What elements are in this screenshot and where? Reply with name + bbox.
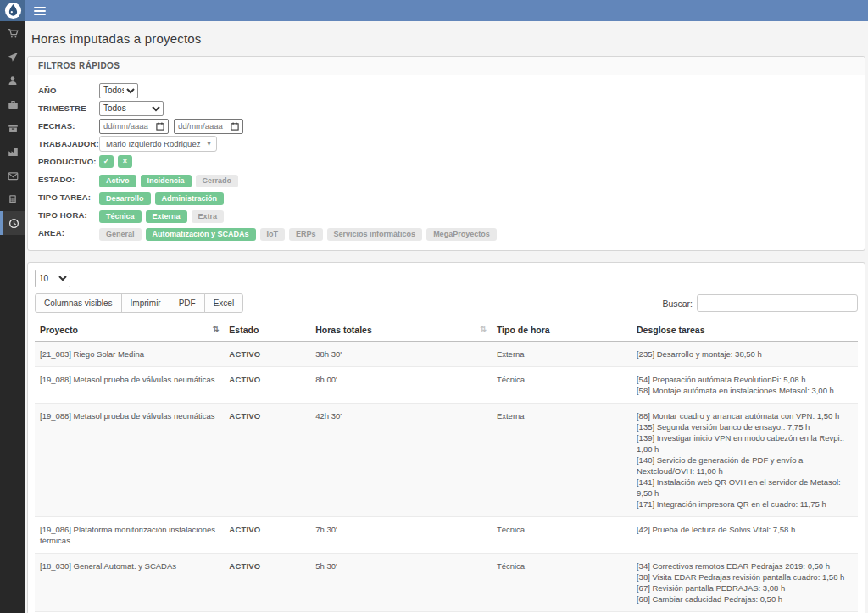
sidebar-item-industry[interactable] <box>0 140 25 164</box>
cell-proyecto: [19_088] Metasol prueba de válvulas neum… <box>35 404 224 517</box>
page-title: Horas imputadas a proyectos <box>31 31 865 46</box>
year-select[interactable]: Todos <box>99 83 138 98</box>
cell-estado: ACTIVO <box>224 342 310 367</box>
filter-badge[interactable]: Activo <box>99 175 136 187</box>
page-size-select[interactable]: 10 <box>35 270 70 287</box>
filter-row-dates: FECHAS: <box>38 118 854 134</box>
area-label: AREA: <box>38 228 99 237</box>
filter-badge[interactable]: Externa <box>146 210 187 223</box>
tipo-tarea-badge-group: DesarrolloAdministración <box>99 189 228 205</box>
filter-badge[interactable]: Administración <box>155 192 225 205</box>
check-icon: ✓ <box>103 157 110 165</box>
sidebar-item-envelope[interactable] <box>0 164 25 187</box>
archive-box-icon <box>8 123 19 134</box>
estado-label: ESTADO: <box>38 175 99 184</box>
cell-desglose-tareas: [235] Desarrollo y montaje: 38,50 h <box>632 342 858 367</box>
task-line: [141] Instalación web QR OVH en el servi… <box>637 476 853 499</box>
calculator-icon <box>8 194 18 204</box>
column-header-tipo-de-hora[interactable]: Tipo de hora <box>492 320 632 342</box>
filter-badge[interactable]: Incidencia <box>141 175 192 187</box>
menu-toggle-icon[interactable] <box>34 5 46 17</box>
filter-badge[interactable]: Técnica <box>99 210 142 223</box>
column-header-proyecto[interactable]: Proyecto⇅ <box>35 320 224 342</box>
filter-row-quarter: TRIMESTRE Todos <box>38 100 854 116</box>
sidebar-item-archive[interactable] <box>0 116 25 140</box>
date-to-input[interactable] <box>178 121 231 131</box>
sidebar-item-user[interactable] <box>0 69 25 92</box>
table-row: [19_086] Plataforma monitorización insta… <box>35 517 858 554</box>
cell-proyecto: [19_088] Metasol prueba de válvulas neum… <box>35 367 224 404</box>
worker-label: TRABAJADOR: <box>38 139 99 148</box>
cell-horas-totales: 7h 30' <box>310 517 492 554</box>
table-row: [19_088] Metasol prueba de válvulas neum… <box>35 367 858 404</box>
filter-badge[interactable]: Desarrollo <box>99 192 151 205</box>
cell-horas-totales: 38h 30' <box>310 342 492 367</box>
filter-badge[interactable]: ERPs <box>289 228 323 241</box>
quarter-label: TRIMESTRE <box>38 103 99 113</box>
task-line: [34] Correctivos remotos EDAR Pedrajas 2… <box>637 560 853 571</box>
task-line: [58] Montaje autómata en instalaciones M… <box>637 385 853 396</box>
tipo-tarea-label: TIPO TAREA: <box>38 192 99 202</box>
calendar-icon[interactable] <box>231 122 239 131</box>
sort-icon[interactable]: ⇅ <box>213 325 220 333</box>
task-line: [135] Segunda versión banco de ensayo.: … <box>637 421 853 432</box>
worker-select-value: Mario Izquierdo Rodriguez <box>106 139 200 148</box>
sort-icon[interactable]: ⇅ <box>480 325 487 333</box>
filter-badge[interactable]: Extra <box>192 210 225 223</box>
date-from-field[interactable] <box>99 119 169 134</box>
clock-icon <box>8 218 19 229</box>
column-header-horas-totales[interactable]: Horas totales⇅ <box>310 320 492 342</box>
filter-badge[interactable]: Servicios informáticos <box>327 228 423 241</box>
filter-badge[interactable]: Automatización y SCADAs <box>146 228 256 241</box>
sidebar-item-clock[interactable] <box>0 211 25 235</box>
table-row: [21_083] Riego Solar MedinaACTIVO38h 30'… <box>35 342 858 367</box>
task-line: [67] Revisión pantalla PEDRAJAS: 3,08 h <box>637 582 853 593</box>
task-line: [235] Desarrollo y montaje: 38,50 h <box>637 348 853 359</box>
cell-tipo-de-hora: Técnica <box>492 554 632 612</box>
date-from-input[interactable] <box>103 121 156 131</box>
productivo-label: PRODUCTIVO: <box>38 157 99 166</box>
top-bar <box>0 0 868 21</box>
print-button[interactable]: Imprimir <box>121 293 170 313</box>
app-logo[interactable] <box>0 0 25 21</box>
search-input[interactable] <box>697 294 858 312</box>
water-drop-logo-icon <box>4 2 22 20</box>
columns-visible-button[interactable]: Columnas visibles <box>35 293 122 313</box>
sidebar-item-calculator[interactable] <box>0 187 25 211</box>
cell-estado: ACTIVO <box>224 367 310 404</box>
filter-badge[interactable]: IoT <box>260 228 286 241</box>
column-header-desglose-tareas[interactable]: Desglose tareas <box>632 320 858 342</box>
filter-row-worker: TRABAJADOR: Mario Izquierdo Rodriguez ▾ <box>38 136 854 152</box>
filter-badge[interactable]: General <box>99 228 142 241</box>
projects-table: Proyecto⇅ Estado Horas totales⇅ Tipo de … <box>35 320 858 613</box>
sidebar-item-shopping-cart[interactable] <box>0 21 25 45</box>
date-to-field[interactable] <box>174 119 243 134</box>
filter-row-year: AÑO Todos <box>38 82 854 98</box>
excel-button[interactable]: Excel <box>204 293 243 313</box>
cell-proyecto: [19_086] Plataforma monitorización insta… <box>35 517 224 554</box>
cell-tipo-de-hora: Externa <box>492 342 632 367</box>
calendar-icon[interactable] <box>156 122 164 131</box>
worker-select[interactable]: Mario Izquierdo Rodriguez ▾ <box>99 136 217 152</box>
task-line: [88] Montar cuadro y arrancar autómata c… <box>637 410 853 421</box>
task-line: [171] Integración impresora QR en el cua… <box>637 499 853 510</box>
filter-badge[interactable]: Cerrado <box>196 175 239 187</box>
productivo-no-button[interactable]: × <box>118 155 132 168</box>
user-icon <box>8 75 18 86</box>
sidebar <box>0 21 25 613</box>
column-header-estado[interactable]: Estado <box>224 320 310 342</box>
table-row: [19_088] Metasol prueba de válvulas neum… <box>35 404 858 517</box>
search-label: Buscar: <box>662 298 693 309</box>
cell-desglose-tareas: [88] Montar cuadro y arrancar autómata c… <box>632 404 858 517</box>
filter-badge[interactable]: MegaProyectos <box>426 228 497 241</box>
pdf-button[interactable]: PDF <box>170 293 205 313</box>
task-line: [38] Visita EDAR Pedrajas revisión panta… <box>637 571 853 582</box>
quarter-select[interactable]: Todos <box>99 101 164 116</box>
sidebar-item-briefcase[interactable] <box>0 92 25 116</box>
shopping-cart-icon <box>8 28 19 39</box>
sidebar-item-paper-plane[interactable] <box>0 45 25 69</box>
table-row: [18_030] General Automat. y SCADAsACTIVO… <box>35 554 858 612</box>
productivo-yes-button[interactable]: ✓ <box>99 155 114 168</box>
cross-icon: × <box>123 157 127 165</box>
export-button-group: Columnas visibles Imprimir PDF Excel <box>35 293 243 313</box>
